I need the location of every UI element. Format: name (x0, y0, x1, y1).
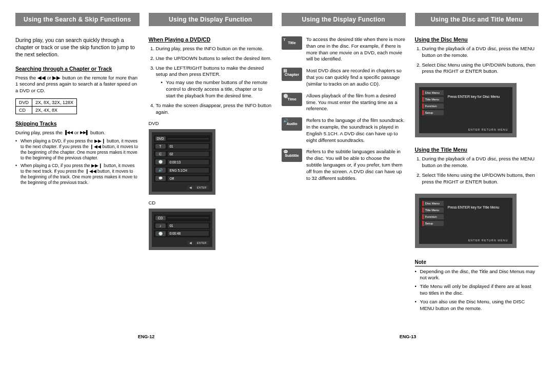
note-2: •Title Menu will only be displayed if th… (415, 283, 539, 297)
chapter-badge: ⛓Chapter (282, 68, 302, 81)
page-number-left: ENG-12 (15, 334, 277, 339)
cell-dvd-speeds: 2X, 8X, 32X, 128X (32, 98, 77, 106)
prev-track-icon: ▐◀◀ (64, 131, 73, 135)
search-body: Press the ◀◀ or ▶▶ button on the remote … (15, 75, 140, 94)
cell-cd-speeds: 2X, 4X, 8X (32, 106, 77, 114)
title-menu-screenshot: Disc Menu Title Menu Function Setup Pres… (415, 194, 517, 248)
audio-icon: 🔊 (155, 168, 166, 173)
subhead-when-playing: When Playing a DVD/CD (149, 36, 273, 43)
subhead-skipping: Skipping Tracks (15, 120, 140, 127)
note-1: •Depending on the disc, the Title and Di… (415, 269, 539, 282)
subtitle-badge: 💬Subtitle (282, 149, 302, 162)
column-disc-title-menu: Using the Disc and Title Menu Using the … (415, 13, 539, 314)
note-3: •You can also use the Disc Menu, using t… (415, 299, 539, 312)
steps-display: During play, press the INFO button on th… (149, 46, 273, 115)
info-chapter: ⛓Chapter Most DVD discs are recorded in … (282, 68, 406, 87)
header-search-skip: Using the Search & Skip Functions (15, 13, 140, 26)
info-audio: 🔊Audio Refers to the language of the fil… (282, 117, 406, 143)
osd-screenshot-dvd: DVD T01 C02 🕒0:00:13 🔊ENG 5.1CH 💬Off ◀EN… (149, 129, 215, 195)
subtitle-icon: 💬 (155, 176, 166, 181)
header-display-1: Using the Display Function (149, 13, 273, 26)
column-display-1: Using the Display Function When Playing … (149, 13, 273, 314)
skip-c: button. (90, 130, 105, 135)
header-disc-title: Using the Disc and Title Menu (415, 13, 539, 26)
note-heading: Note (415, 259, 539, 266)
clock-icon: 🕒 (155, 231, 166, 236)
info-time: 🕒Time Allows playback of the film from a… (282, 93, 406, 112)
title-badge: TTitle (282, 36, 302, 50)
audio-badge: 🔊Audio (282, 117, 302, 131)
time-badge: 🕒Time (282, 93, 302, 106)
step-3: Use the LEFT/RIGHT buttons to make the d… (156, 65, 273, 99)
skip-line: During play, press the ▐◀◀ or ▶▶▌ button… (15, 130, 140, 136)
osd-label-dvd: DVD (149, 120, 273, 127)
steps-disc-menu: During the playback of a DVD disc, press… (415, 46, 539, 75)
subhead-disc-menu: Using the Disc Menu (415, 36, 539, 43)
disc-menu-screenshot: Disc Menu Title Menu Function Setup Pres… (415, 83, 517, 137)
skip-b: or (74, 130, 80, 135)
step-3-sub: You may use the number buttons of the re… (166, 79, 273, 99)
speed-table: DVD2X, 8X, 32X, 128X CD2X, 4X, 8X (15, 98, 77, 114)
step-1: During play, press the INFO button on th… (156, 46, 273, 52)
bullet-cd-skip: •When playing a CD, if you press the ▶▶❙… (15, 163, 140, 185)
intro-text: During play, you can search quickly thro… (15, 36, 140, 58)
subhead-title-menu: Using the Title Menu (415, 147, 539, 153)
step-2: Use the UP/DOWN buttons to select the de… (156, 55, 273, 62)
info-subtitle: 💬Subtitle Refers to the subtitle languag… (282, 149, 406, 181)
header-display-2: Using the Display Function (282, 13, 406, 26)
bullet-dvd-skip: •When playing a DVD, if you press the ▶▶… (15, 138, 140, 161)
page-number-right: ENG-13 (277, 334, 539, 339)
osd-label-cd: CD (149, 200, 273, 207)
column-search-skip: Using the Search & Skip Functions During… (15, 13, 140, 314)
column-display-2: Using the Display Function TTitle To acc… (282, 13, 406, 314)
track-icon: ♪ (155, 223, 166, 228)
cell-cd: CD (16, 106, 32, 114)
subhead-searching: Searching through a Chapter or Track (15, 66, 140, 72)
cell-dvd: DVD (16, 98, 32, 106)
osd-screenshot-cd: CD ♪01 🕒0:00:48 ◀ENTER (149, 209, 215, 250)
next-track-icon: ▶▶▌ (80, 131, 89, 135)
steps-title-menu: During the playback of a DVD disc, press… (415, 156, 539, 185)
step-4: To make the screen disappear, press the … (156, 102, 273, 116)
clock-icon: 🕒 (155, 159, 166, 164)
skip-a: During play, press the (15, 130, 64, 135)
info-title: TTitle To access the desired title when … (282, 36, 406, 63)
